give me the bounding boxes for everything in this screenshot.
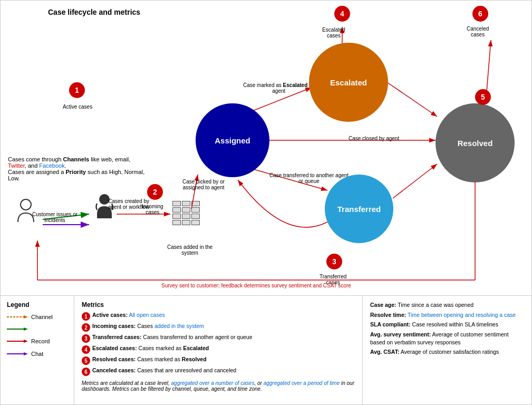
metric-2: 2 Incoming cases: Cases added in the sys… bbox=[82, 323, 355, 332]
metric-1: 1 Active cases: All open cases bbox=[82, 312, 355, 321]
metric-survey: Avg. survey sentiment: Average of custom… bbox=[370, 331, 524, 346]
legend-chat: Chat bbox=[7, 351, 67, 357]
flow-label-picked: Case picked by orassigned to agent bbox=[182, 179, 225, 190]
legend-channel: Channel bbox=[7, 314, 67, 320]
metric-case-age: Case age: Time since a case was opened bbox=[370, 301, 524, 309]
bottom-section: Legend Channel Re bbox=[1, 296, 531, 405]
svg-marker-29 bbox=[24, 352, 28, 355]
badge-3: 3 bbox=[326, 254, 342, 269]
svg-point-20 bbox=[21, 199, 31, 210]
svg-marker-23 bbox=[24, 315, 28, 319]
metrics-section: Metrics 1 Active cases: All open cases 2… bbox=[74, 296, 363, 405]
badge-1: 1 bbox=[69, 82, 85, 98]
metric-6: 6 Canceled cases: Cases that are unresol… bbox=[82, 367, 355, 376]
svg-line-9 bbox=[387, 82, 437, 117]
node-escalated: Escalated bbox=[309, 43, 388, 122]
right-metrics: Case age: Time since a case was opened R… bbox=[363, 296, 531, 405]
flow-label-escalated: Case marked as Escalated byagent bbox=[243, 82, 315, 94]
badge-2: 2 bbox=[147, 184, 163, 200]
svg-marker-27 bbox=[24, 340, 28, 343]
metrics-note: Metrics are calculated at a case level, … bbox=[82, 380, 355, 392]
metric-3: 3 Transferred cases: Cases transferred t… bbox=[82, 334, 355, 343]
badge-6: 6 bbox=[472, 6, 488, 22]
metric-resolve-time: Resolve time: Time between opening and r… bbox=[370, 311, 524, 319]
metric-4: 4 Escalated cases: Cases marked as Escal… bbox=[82, 345, 355, 354]
node-resolved: Resolved bbox=[436, 103, 515, 182]
metrics-title: Metrics bbox=[82, 301, 355, 308]
flow-label-added: Cases added in thesystem bbox=[167, 244, 212, 256]
legend-title: Legend bbox=[7, 301, 67, 308]
flow-label-closed: Case closed by agent bbox=[349, 136, 399, 141]
badge-label-6: Canceledcases bbox=[467, 26, 489, 37]
metric-csat: Avg. CSAT: Average of customer satisfact… bbox=[370, 348, 524, 356]
cases-box bbox=[172, 201, 200, 225]
flow-label-created: Cases created byagent or workflow bbox=[108, 198, 149, 210]
legend-record: Record bbox=[7, 338, 67, 344]
badge-5: 5 bbox=[475, 89, 491, 105]
legend-section: Legend Channel Re bbox=[1, 296, 74, 405]
main-container: Case lifecycle and metrics bbox=[0, 0, 532, 405]
flow-label-customer: Customer issues orincidents bbox=[32, 211, 78, 223]
badge-4: 4 bbox=[334, 6, 350, 22]
badge-label-1: Active cases bbox=[63, 104, 92, 110]
top-section: Case lifecycle and metrics bbox=[1, 1, 531, 296]
channels-text: Cases come through Channels like web, em… bbox=[8, 156, 145, 181]
flow-label-survey: Survey sent to customer; feedback determ… bbox=[161, 283, 351, 288]
svg-marker-25 bbox=[24, 327, 28, 331]
legend-green-arrow bbox=[7, 326, 67, 332]
node-transferred: Transferred bbox=[325, 175, 393, 243]
page-title: Case lifecycle and metrics bbox=[48, 8, 140, 16]
badge-label-4: Escalatedcases bbox=[322, 27, 345, 38]
svg-line-12 bbox=[393, 164, 437, 198]
metric-5: 5 Resolved cases: Cases marked as Resolv… bbox=[82, 356, 355, 365]
metric-sla: SLA compliant: Case resolved within SLA … bbox=[370, 321, 524, 329]
node-assigned: Assigned bbox=[196, 103, 269, 177]
